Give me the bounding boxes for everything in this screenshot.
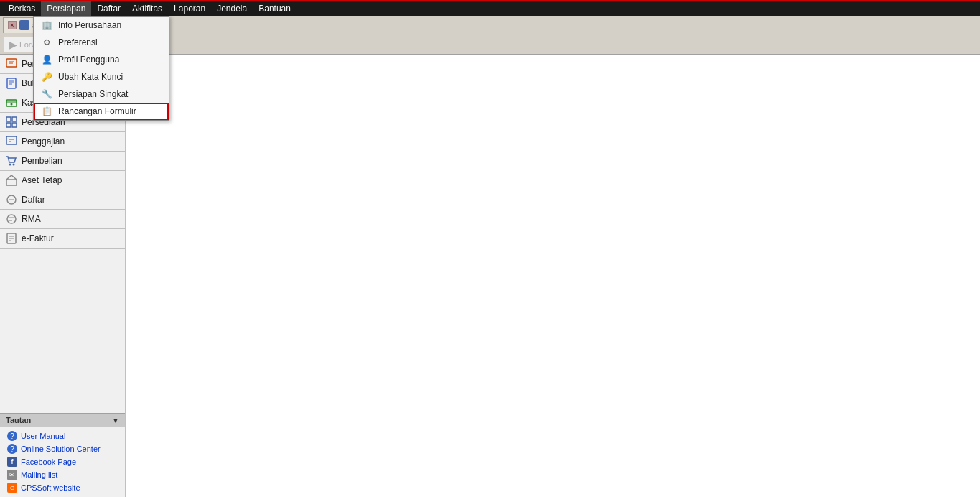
forward-icon: ▶ [9,39,17,50]
link-cpssoft-website[interactable]: C CPSSoft website [0,481,125,494]
svg-point-18 [13,164,15,166]
svg-rect-13 [12,123,17,127]
penggajian-icon [6,136,17,147]
preferensi-label: Preferensi [58,37,98,47]
tautan-section: Tautan ▼ ? User Manual ? Online Solution… [0,413,125,497]
profil-pengguna-label: Profil Pengguna [58,55,119,65]
aset-icon [6,175,17,186]
svg-rect-11 [12,117,17,121]
menu-persiapan-singkat[interactable]: 🔧 Persiapan Singkat [34,85,169,103]
penjualan-icon [6,58,17,70]
menu-persiapan[interactable]: Persiapan [41,1,91,17]
link-mailing-list[interactable]: ✉ Mailing list [0,468,125,481]
sidebar-section-daftar: Daftar [0,190,125,210]
wrench-icon: 🔧 [41,88,52,100]
menu-bantuan[interactable]: Bantuan [253,1,297,17]
sidebar-section-rma: RMA [0,210,125,229]
svg-point-17 [9,164,11,166]
sidebar-item-rma[interactable]: RMA [0,210,125,228]
menu-rancangan-formulir[interactable]: 📋 Rancangan Formulir [34,103,169,120]
sidebar-aset-label: Aset Tetap [22,175,62,185]
sidebar-rma-label: RMA [22,214,41,224]
persediaan-icon [6,116,17,128]
menu-info-perusahaan[interactable]: 🏢 Info Perusahaan [34,17,169,34]
user-manual-icon: ? [7,431,17,441]
online-solution-icon: ? [7,444,17,454]
doc-icon: 📋 [41,106,52,117]
user-icon: 👤 [41,54,52,65]
info-perusahaan-label: Info Perusahaan [58,20,121,30]
sidebar-daftar-label: Daftar [22,195,45,205]
online-solution-label: Online Solution Center [21,445,101,453]
svg-rect-10 [6,117,11,121]
pembelian-icon [6,155,17,167]
mailing-icon: ✉ [7,470,17,480]
sidebar-pembelian-label: Pembelian [22,156,62,166]
link-online-solution[interactable]: ? Online Solution Center [0,442,125,455]
svg-point-22 [7,215,16,223]
svg-rect-12 [6,123,11,127]
menu-berkas[interactable]: Berkas [3,1,41,17]
gear-icon: ⚙ [41,37,52,48]
cpssoft-icon: C [7,483,17,493]
ubah-kata-kunci-label: Ubah Kata Kunci [58,72,123,82]
tautan-label: Tautan [6,416,31,424]
svg-rect-14 [6,136,17,144]
facebook-icon: f [7,457,17,467]
sidebar-item-pembelian[interactable]: Pembelian [0,152,125,170]
menu-laporan[interactable]: Laporan [168,1,211,17]
building-icon: 🏢 [41,19,52,31]
facebook-page-label: Facebook Page [21,457,76,466]
sidebar-section-penggajian: Penggajian [0,132,125,152]
main-layout: Penjualan Buku Besar Kas & Bank [0,55,980,497]
tab-close-button[interactable]: × [8,21,17,29]
efaktur-icon [6,233,17,244]
user-manual-label: User Manual [21,432,65,440]
svg-point-9 [11,103,13,106]
link-facebook-page[interactable]: f Facebook Page [0,455,125,468]
sidebar-section-aset: Aset Tetap [0,171,125,190]
link-user-manual[interactable]: ? User Manual [0,429,125,442]
kas-icon [6,97,17,108]
rma-icon [6,213,17,225]
svg-rect-3 [7,78,16,88]
menu-preferensi[interactable]: ⚙ Preferensi [34,34,169,51]
cpssoft-website-label: CPSSoft website [21,483,80,492]
sidebar-penggajian-label: Penggajian [22,136,65,147]
menu-jendela[interactable]: Jendela [211,1,253,17]
sidebar-item-penggajian[interactable]: Penggajian [0,132,125,151]
persiapan-singkat-label: Persiapan Singkat [58,89,128,99]
key-icon: 🔑 [41,71,52,83]
sidebar-item-daftar[interactable]: Daftar [0,190,125,209]
sidebar: Penjualan Buku Besar Kas & Bank [0,55,126,497]
svg-rect-19 [6,180,17,185]
content-area [126,55,980,497]
sidebar-section-pembelian: Pembelian [0,152,125,171]
rancangan-formulir-label: Rancangan Formulir [58,106,136,116]
tautan-links: ? User Manual ? Online Solution Center f… [0,427,125,497]
daftar-icon [6,194,17,205]
sidebar-item-efaktur[interactable]: e-Faktur [0,229,125,248]
mailing-list-label: Mailing list [21,470,57,479]
persiapan-dropdown: 🏢 Info Perusahaan ⚙ Preferensi 👤 Profil … [33,16,169,121]
buku-icon [6,78,17,89]
sidebar-efaktur-label: e-Faktur [22,233,54,243]
tautan-header[interactable]: Tautan ▼ [0,413,125,427]
menu-aktifitas[interactable]: Aktifitas [126,1,168,17]
sidebar-section-efaktur: e-Faktur [0,229,125,249]
menu-ubah-kata-kunci[interactable]: 🔑 Ubah Kata Kunci [34,68,169,85]
menubar: Berkas Persiapan Daftar Aktifitas Lapora… [0,0,980,16]
tautan-chevron-icon: ▼ [112,417,119,424]
sidebar-item-aset-tetap[interactable]: Aset Tetap [0,171,125,190]
menu-daftar[interactable]: Daftar [91,1,126,17]
menu-profil-pengguna[interactable]: 👤 Profil Pengguna [34,51,169,68]
tab-favicon [19,20,29,30]
